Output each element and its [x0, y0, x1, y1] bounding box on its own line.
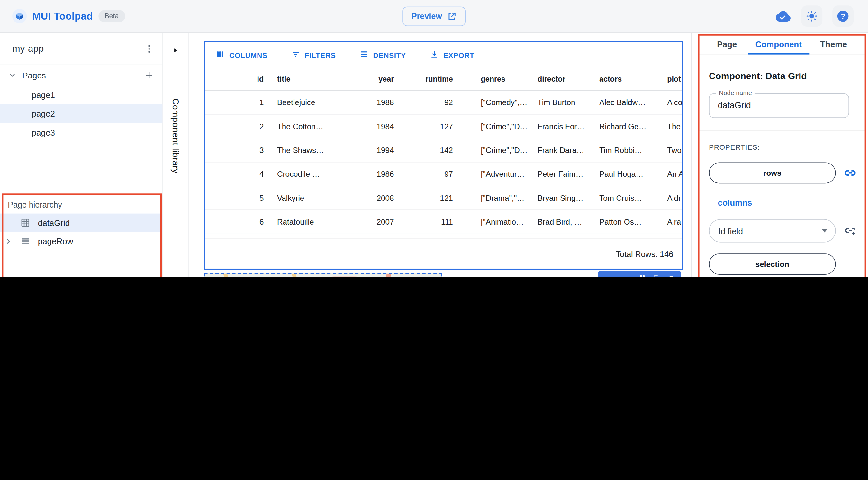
id-field-select[interactable]: Id field: [709, 219, 836, 243]
cell-plot: Two: [667, 146, 683, 155]
table-row[interactable]: 1 Beetlejuice 1988 92 ["Comedy",… Tim Bu…: [206, 91, 682, 115]
table-row[interactable]: 5 Valkyrie 2008 121 ["Drama","… Bryan Si…: [206, 186, 682, 210]
preview-button[interactable]: Preview: [403, 6, 465, 26]
help-icon: ?: [836, 9, 850, 23]
app-name: my-app: [12, 43, 44, 54]
data-grid-component[interactable]: COLUMNS FILTERS: [204, 41, 683, 269]
column-header-title[interactable]: title: [264, 75, 355, 83]
map-component[interactable]: ClerkenwellFinsburyCity of LondonWhitech…: [204, 273, 442, 277]
cell-title: Valkyrie: [264, 193, 355, 202]
density-icon: [359, 50, 368, 61]
selection-property-row: selection: [709, 254, 857, 275]
column-header-director[interactable]: director: [537, 75, 599, 83]
grid-body: 1 Beetlejuice 1988 92 ["Comedy",… Tim Bu…: [206, 91, 682, 234]
top-bar: MUI Toolpad Beta Preview: [0, 0, 868, 33]
grid-toolbar-button-label: DENSITY: [373, 51, 406, 59]
divider: [698, 130, 866, 131]
column-header-actors[interactable]: actors: [599, 75, 667, 83]
rows-property-button[interactable]: rows: [709, 162, 836, 184]
inspector-panel: Page Component Theme Component: Data Gri…: [691, 33, 868, 277]
drag-handle-icon[interactable]: [639, 275, 646, 277]
toolpad-logo-icon: [12, 9, 27, 24]
grid-toolbar-button-label: FILTERS: [305, 51, 336, 59]
cell-year: 1988: [355, 98, 394, 107]
cell-plot: The: [667, 122, 683, 131]
cell-title: Beetlejuice: [264, 98, 355, 107]
canvas: COLUMNS FILTERS: [189, 33, 692, 277]
column-header-id[interactable]: id: [206, 75, 264, 83]
grid-toolbar-button[interactable]: FILTERS: [287, 49, 339, 61]
cell-year: 1986: [355, 170, 394, 179]
app-title: MUI Toolpad: [32, 10, 93, 22]
cell-year: 2008: [355, 193, 394, 202]
pages-label: Pages: [22, 70, 46, 80]
cell-title: The Cotton…: [264, 122, 355, 131]
grid-toolbar-button[interactable]: DENSITY: [356, 49, 409, 61]
inspector-tab-label: Theme: [820, 39, 847, 49]
table-row[interactable]: 6 Ratatouille 2007 111 ["Animatio… Brad …: [206, 210, 682, 234]
add-page-button[interactable]: [144, 69, 155, 81]
sidebar-page-item[interactable]: page3: [0, 123, 162, 142]
cell-director: Bryan Sing…: [537, 193, 599, 202]
selection-property-button[interactable]: selection: [709, 254, 836, 275]
inspector-body: Component: Data Grid Node name dataGrid …: [698, 55, 866, 277]
brand: MUI Toolpad Beta: [0, 9, 125, 24]
page-item-label: page1: [32, 90, 55, 99]
expand-panel-icon[interactable]: [163, 47, 188, 53]
page-item-label: page3: [32, 128, 55, 137]
cell-runtime: 111: [394, 218, 453, 226]
binding-link-icon[interactable]: [843, 166, 858, 180]
column-header-runtime[interactable]: runtime: [394, 75, 453, 83]
add-binding-icon[interactable]: [843, 224, 857, 238]
column-header-year[interactable]: year: [355, 75, 394, 83]
hierarchy-list: dataGrid: [0, 214, 162, 250]
plus-icon: [144, 69, 155, 81]
svg-text:?: ?: [841, 12, 845, 20]
inspector-tab[interactable]: Page: [714, 34, 740, 55]
data-grid-icon: [17, 218, 33, 228]
cell-plot: An A: [667, 170, 683, 179]
table-row[interactable]: 4 Crocodile … 1986 97 ["Adventur… Peter …: [206, 162, 682, 186]
rows-property-row: rows: [709, 162, 857, 184]
cell-actors: Patton Os…: [599, 218, 667, 226]
table-row[interactable]: 3 The Shaws… 1994 142 ["Crime","D… Frank…: [206, 138, 682, 162]
filter-icon: [290, 50, 300, 61]
hierarchy-item[interactable]: pageRow: [0, 232, 162, 250]
cell-runtime: 92: [394, 98, 453, 107]
cell-actors: Paul Hoga…: [599, 170, 667, 179]
app-window: MUI Toolpad Beta Preview: [0, 0, 868, 277]
columns-property-link[interactable]: columns: [718, 198, 752, 207]
cell-year: 2007: [355, 218, 394, 226]
sidebar-page-item[interactable]: page2: [0, 104, 162, 123]
cell-runtime: 97: [394, 170, 453, 179]
chevron-right-icon[interactable]: [0, 237, 17, 245]
component-library-strip[interactable]: Component library: [163, 33, 189, 277]
pages-header[interactable]: Pages: [0, 65, 162, 85]
help-button[interactable]: ?: [832, 5, 854, 27]
column-header-genres[interactable]: genres: [453, 75, 537, 83]
id-field-value: Id field: [718, 226, 743, 235]
page-hierarchy-panel: Page hierarchy: [0, 193, 162, 250]
duplicate-icon[interactable]: [652, 275, 661, 277]
inspector-tab[interactable]: Component: [752, 34, 805, 55]
grid-toolbar-button[interactable]: EXPORT: [426, 49, 478, 61]
cell-genres: ["Crime","D…: [453, 122, 537, 131]
column-header-plot[interactable]: plot: [667, 75, 683, 83]
app-menu-button[interactable]: [144, 43, 155, 54]
theme-toggle-button[interactable]: [801, 5, 823, 27]
cloud-done-icon[interactable]: [774, 10, 791, 22]
delete-icon[interactable]: [667, 275, 676, 277]
hierarchy-item[interactable]: dataGrid: [0, 214, 162, 232]
sidebar-page-item[interactable]: page1: [0, 85, 162, 104]
partial-row: [206, 234, 682, 239]
selected-node-tag[interactable]: dataGrid: [598, 271, 681, 278]
grid-toolbar-button[interactable]: COLUMNS: [212, 49, 271, 61]
row-layout-icon: [17, 236, 33, 247]
inspector-tab[interactable]: Theme: [817, 34, 850, 55]
topbar-actions: ?: [774, 5, 868, 27]
cell-director: Frank Dara…: [537, 146, 599, 155]
node-name-field[interactable]: Node name dataGrid: [709, 94, 849, 118]
table-row[interactable]: 2 The Cotton… 1984 127 ["Crime","D… Fran…: [206, 115, 682, 138]
cell-plot: A ra: [667, 218, 683, 226]
cell-id: 1: [206, 98, 264, 107]
